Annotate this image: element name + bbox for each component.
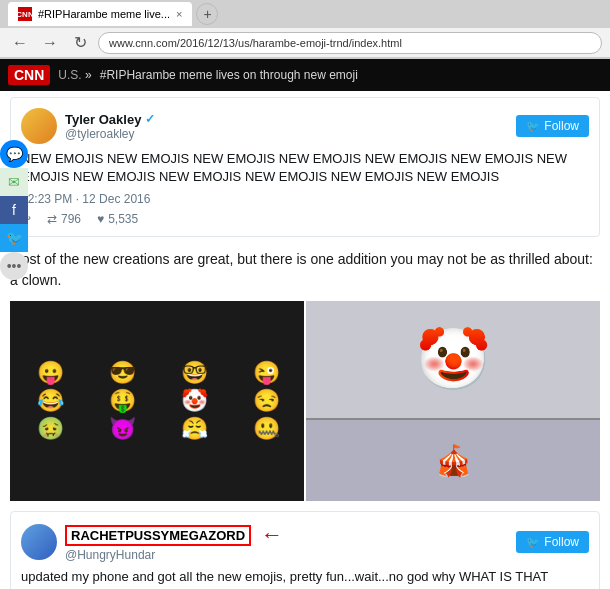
browser-tab[interactable]: CNN #RIPHarambe meme live... ×	[8, 2, 192, 26]
back-button[interactable]: ←	[8, 31, 32, 55]
avatar-img-2	[21, 524, 57, 560]
tab-favicon: CNN	[18, 7, 32, 21]
new-tab-button[interactable]: +	[196, 3, 218, 25]
avatar-img-1	[21, 108, 57, 144]
red-arrow-icon: ←	[261, 522, 283, 548]
address-text: www.cnn.com/2016/12/13/us/harambe-emoji-…	[109, 37, 402, 49]
twitter-bird-icon-2: 🐦	[526, 536, 540, 549]
heart-icon-1: ♥	[97, 212, 104, 226]
tweet-text-1: NEW EMOJIS NEW EMOJIS NEW EMOJIS NEW EMO…	[21, 150, 589, 186]
article-body: Most of the new creations are great, but…	[10, 249, 600, 291]
tweet-time-1: 12:23 PM · 12 Dec 2016	[21, 192, 589, 206]
page-title: #RIPHarambe meme lives on through new em…	[100, 68, 358, 82]
emoji-8: 😒	[253, 388, 278, 414]
emoji-6: 🤑	[109, 388, 134, 414]
tweet-header-1: Tyler Oakley ✓ @tyleroakley 🐦 Follow	[21, 108, 589, 144]
tweet-name-1: Tyler Oakley ✓	[65, 112, 516, 127]
tweet-card-1: Tyler Oakley ✓ @tyleroakley 🐦 Follow NEW…	[10, 97, 600, 237]
clown-face: 🤡	[306, 301, 600, 417]
tab-close-btn[interactable]: ×	[176, 8, 182, 20]
messenger-icon[interactable]: 💬	[0, 140, 28, 168]
follow-button-1[interactable]: 🐦 Follow	[516, 115, 589, 137]
twitter-social-icon[interactable]: 🐦	[0, 224, 28, 252]
social-sidebar: 💬 ✉ f 🐦 •••	[0, 140, 28, 280]
emoji-collage: 😛 😎 🤓 😜 😂 🤑 🤡 😒 🤢 😈 😤 🤐	[10, 301, 304, 501]
emoji-7: 🤡	[181, 388, 206, 414]
tweet-handle-1: @tyleroakley	[65, 127, 516, 141]
tweet-actions-1: ↩ ⇄ 796 ♥ 5,535	[21, 212, 589, 226]
emoji-1: 😛	[37, 360, 62, 386]
retweet-action-1[interactable]: ⇄ 796	[47, 212, 81, 226]
tweet-handle-2: @HungryHundar	[65, 548, 516, 562]
tweet-name-2: RACHETPUSSYMEGAZORD ←	[65, 522, 516, 548]
follow-button-2[interactable]: 🐦 Follow	[516, 531, 589, 553]
emoji-grid: 😛 😎 🤓 😜 😂 🤑 🤡 😒 🤢 😈 😤 🤐	[10, 301, 304, 501]
facebook-icon[interactable]: f	[0, 196, 28, 224]
user-info-2: RACHETPUSSYMEGAZORD ← @HungryHundar	[65, 522, 516, 562]
emoji-4: 😜	[253, 360, 278, 386]
email-icon[interactable]: ✉	[0, 168, 28, 196]
emoji-12: 🤐	[253, 416, 278, 442]
retweet-icon-1: ⇄	[47, 212, 57, 226]
user-info-1: Tyler Oakley ✓ @tyleroakley	[65, 112, 516, 141]
tab-bar: CNN #RIPHarambe meme live... × +	[0, 0, 610, 28]
main-content: Tyler Oakley ✓ @tyleroakley 🐦 Follow NEW…	[0, 91, 610, 589]
image-grid: 😛 😎 🤓 😜 😂 🤑 🤡 😒 🤢 😈 😤 🤐 🤡 🎪	[10, 301, 600, 501]
browser-chrome: CNN #RIPHarambe meme live... × + ← → ↻ w…	[0, 0, 610, 59]
tweet-card-2: RACHETPUSSYMEGAZORD ← @HungryHundar 🐦 Fo…	[10, 511, 600, 589]
cnn-topbar: CNN U.S. » #RIPHarambe meme lives on thr…	[0, 59, 610, 91]
emoji-3: 🤓	[181, 360, 206, 386]
forward-button[interactable]: →	[38, 31, 62, 55]
twitter-bird-icon-1: 🐦	[526, 120, 540, 133]
emoji-2: 😎	[109, 360, 134, 386]
more-icon[interactable]: •••	[0, 252, 28, 280]
tweet-text-2: updated my phone and got all the new emo…	[21, 568, 589, 586]
clown-body: 🎪	[306, 420, 600, 502]
cnn-logo[interactable]: CNN	[8, 65, 50, 85]
tweet-name-bold-2: RACHETPUSSYMEGAZORD	[65, 525, 251, 546]
nav-bar: ← → ↻ www.cnn.com/2016/12/13/us/harambe-…	[0, 28, 610, 58]
breadcrumb-us[interactable]: U.S.	[58, 68, 81, 82]
tab-label: #RIPHarambe meme live...	[38, 8, 170, 20]
emoji-11: 😤	[181, 416, 206, 442]
avatar-1	[21, 108, 57, 144]
clown-image: 🤡 🎪	[306, 301, 600, 501]
like-action-1[interactable]: ♥ 5,535	[97, 212, 138, 226]
address-bar[interactable]: www.cnn.com/2016/12/13/us/harambe-emoji-…	[98, 32, 602, 54]
refresh-button[interactable]: ↻	[68, 31, 92, 55]
emoji-9: 🤢	[37, 416, 62, 442]
avatar-2	[21, 524, 57, 560]
verified-badge-1: ✓	[145, 112, 155, 126]
emoji-10: 😈	[109, 416, 134, 442]
breadcrumb: U.S. »	[58, 68, 91, 82]
emoji-5: 😂	[37, 388, 62, 414]
breadcrumb-separator: »	[85, 68, 92, 82]
tweet-header-2: RACHETPUSSYMEGAZORD ← @HungryHundar 🐦 Fo…	[21, 522, 589, 562]
